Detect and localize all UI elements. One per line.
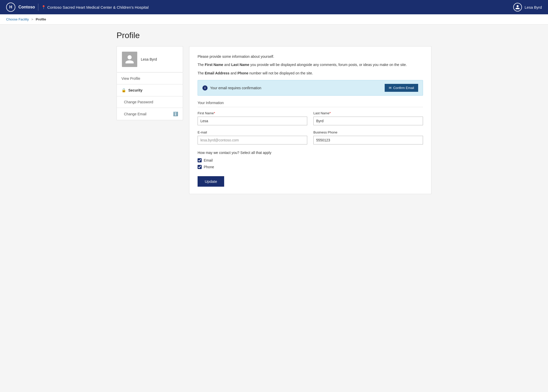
email-label: E-mail [198,130,307,134]
alert-left: i Your email requires confirmation [202,85,261,91]
sidebar-profile-card: Lesa Byrd [117,46,183,72]
app-header: H Contoso 📍 Contoso Sacred Heart Medical… [0,0,548,14]
email-checkbox[interactable] [198,158,202,162]
warning-icon: ℹ️ [173,111,178,116]
confirm-email-button[interactable]: ✉ Confirm Email [385,84,418,92]
avatar-person-icon [124,54,135,64]
header-right: Lesa Byrd [513,3,542,12]
header-username: Lesa Byrd [524,5,542,9]
intro-text-1: Please provide some information about yo… [198,54,423,59]
sidebar-item-security: 🔒 Security [117,84,183,96]
last-name-input[interactable] [313,117,423,125]
intro-text-3: The Email Address and Phone number will … [198,70,423,76]
email-group: E-mail [198,130,307,144]
location-icon: 📍 [41,5,46,9]
email-alert-banner: i Your email requires confirmation ✉ Con… [198,80,423,96]
first-name-label: First Name* [198,111,307,115]
avatar [122,52,137,67]
email-phone-row: E-mail Business Phone [198,130,423,144]
update-button[interactable]: Update [198,176,224,187]
sidebar-username: Lesa Byrd [141,57,157,61]
person-icon [515,5,520,10]
sidebar-item-view-profile[interactable]: View Profile [117,73,183,84]
sidebar-item-change-email[interactable]: Change Email ℹ️ [117,108,183,120]
checkbox-group: Email Phone [198,158,423,169]
app-logo: H [6,3,15,12]
sidebar-item-change-password[interactable]: Change Password [117,96,183,108]
content-layout: Lesa Byrd View Profile 🔒 Security Change… [117,46,431,194]
page-wrapper: Profile Lesa Byrd View Profile 🔒 Securit… [110,25,438,200]
email-checkbox-label[interactable]: Email [198,158,423,162]
contact-question: How may we contact you? Select all that … [198,151,423,155]
phone-input[interactable] [313,136,423,144]
app-name: Contoso [18,5,35,9]
breadcrumb-separator: > [31,17,33,21]
header-divider [38,4,38,11]
lock-icon: 🔒 [121,88,126,93]
breadcrumb-parent[interactable]: Choose Facility [6,17,29,21]
last-name-label: Last Name* [313,111,423,115]
contact-section: How may we contact you? Select all that … [198,151,423,169]
phone-checkbox-text: Phone [204,165,214,169]
page-title: Profile [117,31,431,40]
user-avatar-icon [513,3,522,12]
email-checkbox-text: Email [204,158,213,162]
phone-label: Business Phone [313,130,423,134]
breadcrumb-current: Profile [36,17,46,21]
sidebar: Lesa Byrd View Profile 🔒 Security Change… [117,46,183,120]
envelope-icon: ✉ [389,86,392,90]
intro-text-2: The First Name and Last Name you provide… [198,62,423,68]
first-name-group: First Name* [198,111,307,125]
first-name-input[interactable] [198,117,307,125]
alert-info-icon: i [202,85,208,91]
header-facility: 📍 Contoso Sacred Heart Medical Center & … [41,5,149,9]
alert-text: Your email requires confirmation [210,86,261,90]
phone-group: Business Phone [313,130,423,144]
email-input[interactable] [198,136,307,144]
breadcrumb: Choose Facility > Profile [0,14,548,25]
phone-checkbox-label[interactable]: Phone [198,165,423,169]
section-label: Your Information [198,101,423,107]
phone-checkbox[interactable] [198,165,202,169]
last-name-group: Last Name* [313,111,423,125]
name-row: First Name* Last Name* [198,111,423,125]
header-left: H Contoso 📍 Contoso Sacred Heart Medical… [6,3,149,12]
main-content: Please provide some information about yo… [189,46,431,194]
required-star: * [214,111,215,115]
required-star-2: * [329,111,331,115]
